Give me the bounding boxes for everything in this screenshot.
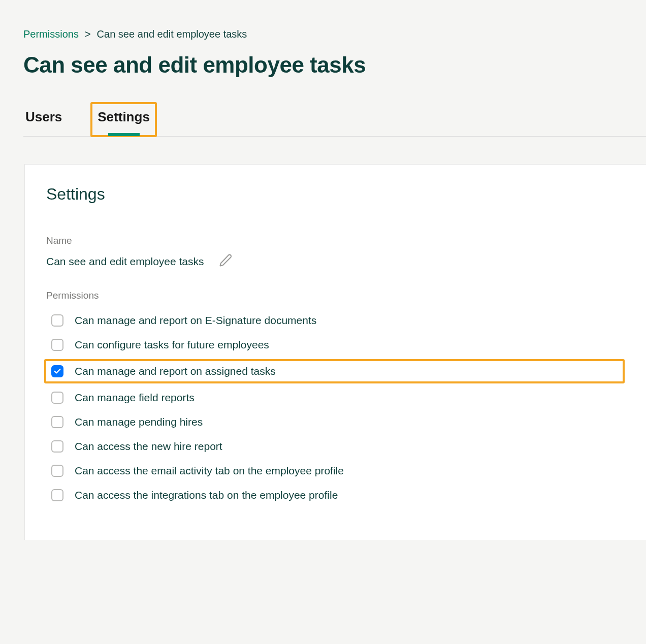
tab-users[interactable]: Users (25, 106, 62, 136)
tab-label: Settings (98, 109, 150, 124)
breadcrumb-root-link[interactable]: Permissions (23, 28, 79, 40)
breadcrumb: Permissions > Can see and edit employee … (23, 28, 646, 40)
permission-checkbox[interactable] (51, 365, 63, 377)
permission-label: Can access the email activity tab on the… (75, 465, 344, 477)
name-field-label: Name (46, 235, 625, 246)
name-row: Can see and edit employee tasks (46, 253, 625, 270)
panel-wrap: Settings Name Can see and edit employee … (23, 164, 646, 540)
permission-label: Can access the integrations tab on the e… (75, 489, 338, 501)
name-value: Can see and edit employee tasks (46, 255, 204, 268)
permission-label: Can manage field reports (75, 392, 195, 404)
permission-item: Can manage field reports (46, 388, 625, 408)
page-container: Permissions > Can see and edit employee … (0, 0, 646, 540)
permission-item: Can manage pending hires (46, 412, 625, 432)
permission-checkbox[interactable] (51, 314, 63, 327)
permission-checkbox[interactable] (51, 339, 63, 351)
tabs-bar: Users Settings (23, 106, 646, 137)
permissions-field-label: Permissions (46, 290, 625, 301)
permission-checkbox[interactable] (51, 392, 63, 404)
permission-checkbox[interactable] (51, 489, 63, 501)
breadcrumb-current: Can see and edit employee tasks (97, 28, 247, 40)
tab-label: Users (25, 109, 62, 124)
permission-item: Can configure tasks for future employees (46, 335, 625, 355)
permission-checkbox[interactable] (51, 465, 63, 477)
permission-label: Can manage and report on assigned tasks (75, 365, 276, 377)
permission-checkbox[interactable] (51, 416, 63, 428)
permission-label: Can manage pending hires (75, 416, 203, 428)
permission-item: Can manage and report on assigned tasks (44, 359, 625, 383)
permission-label: Can configure tasks for future employees (75, 339, 269, 351)
breadcrumb-separator: > (85, 28, 91, 40)
permission-item: Can manage and report on E-Signature doc… (46, 310, 625, 331)
page-title: Can see and edit employee tasks (23, 52, 646, 78)
permission-label: Can access the new hire report (75, 440, 222, 453)
permission-item: Can access the new hire report (46, 436, 625, 457)
permission-item: Can access the integrations tab on the e… (46, 485, 625, 505)
panel-title: Settings (46, 185, 625, 204)
permission-item: Can access the email activity tab on the… (46, 461, 625, 481)
permission-checkbox[interactable] (51, 440, 63, 453)
tab-settings[interactable]: Settings (98, 106, 150, 136)
permissions-list: Can manage and report on E-Signature doc… (46, 310, 625, 505)
settings-panel: Settings Name Can see and edit employee … (24, 164, 646, 540)
pencil-icon[interactable] (218, 253, 233, 270)
permission-label: Can manage and report on E-Signature doc… (75, 314, 316, 327)
